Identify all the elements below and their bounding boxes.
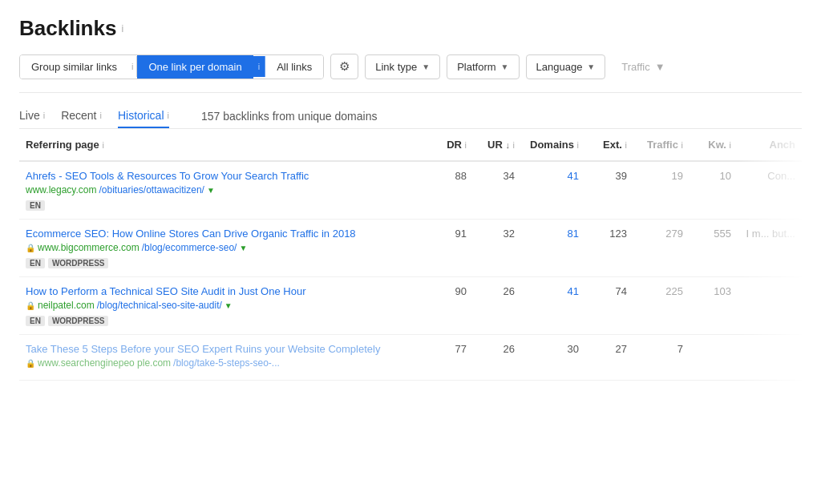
badge-wordpress: WORDPRESS (48, 258, 109, 268)
url-dropdown-icon[interactable]: ▼ (207, 186, 215, 195)
url-dropdown-icon[interactable]: ▼ (224, 301, 233, 310)
ur-cell: 26 (473, 277, 521, 335)
traffic-label: Traffic (621, 61, 649, 73)
referring-page-cell: Ahrefs - SEO Tools & Resources To Grow Y… (19, 161, 425, 220)
th-traffic[interactable]: Traffic i (633, 129, 690, 161)
tab-historical[interactable]: Historical i (118, 104, 169, 128)
domains-cell: 81 (521, 220, 585, 277)
page-title-link[interactable]: Ecommerce SEO: How Online Stores Can Dri… (26, 228, 419, 240)
kw-cell (690, 335, 738, 381)
language-arrow-icon: ▼ (587, 62, 595, 71)
tab-live[interactable]: Live i (19, 104, 45, 128)
th-ext[interactable]: Ext. i (585, 129, 633, 161)
traffic-arrow-icon: ▼ (655, 61, 665, 73)
backlinks-summary: 157 backlinks from unique domains (201, 110, 377, 123)
group-similar-info-icon: i (128, 56, 137, 77)
ext-cell: 39 (585, 161, 633, 220)
ur-sort-icon: ↓ (505, 140, 510, 150)
ur-cell: 26 (473, 335, 521, 381)
table-row: Ecommerce SEO: How Online Stores Can Dri… (19, 220, 802, 277)
page-title: Backlinks i (19, 16, 802, 41)
lock-icon: 🔒 (26, 301, 35, 310)
table-row: How to Perform a Technical SEO Site Audi… (19, 277, 802, 335)
page-title-link[interactable]: Ahrefs - SEO Tools & Resources To Grow Y… (26, 170, 419, 182)
badge-en: EN (26, 316, 45, 326)
page-url: 🔒neilpatel.com/blog/technical-seo-site-a… (26, 300, 419, 311)
backlinks-table-container: Referring page i DR i UR ↓ i Domains i (19, 129, 802, 381)
anch-cell (738, 335, 802, 381)
referring-page-cell: How to Perform a Technical SEO Site Audi… (19, 277, 425, 335)
path-text[interactable]: /obituaries/ottawacitizen/ (99, 184, 204, 196)
settings-gear-button[interactable]: ⚙ (330, 54, 358, 79)
lock-icon: 🔒 (26, 359, 35, 368)
path-text[interactable]: /blog/take-5-steps-seo-... (173, 357, 280, 369)
th-ur[interactable]: UR ↓ i (473, 129, 521, 161)
platform-arrow-icon: ▼ (501, 62, 509, 71)
page-url: www.legacy.com/obituaries/ottawacitizen/… (26, 184, 419, 196)
dr-cell: 88 (425, 161, 473, 220)
th-kw[interactable]: Kw. i (690, 129, 738, 161)
page-title-text: Backlinks (19, 16, 116, 41)
lock-icon: 🔒 (26, 244, 35, 252)
platform-label: Platform (457, 61, 495, 73)
th-dr[interactable]: DR i (425, 129, 473, 161)
kw-cell: 103 (690, 277, 738, 335)
path-text[interactable]: /blog/technical-seo-site-audit/ (97, 300, 222, 311)
traffic-dropdown[interactable]: Traffic ▼ (612, 55, 674, 79)
traffic-cell: 279 (633, 220, 690, 277)
anch-cell (738, 277, 802, 335)
group-similar-button[interactable]: Group similar links (20, 55, 128, 79)
domains-cell: 41 (521, 277, 585, 335)
sub-tabs: Live i Recent i Historical i 157 backlin… (19, 93, 802, 129)
th-referring-page: Referring page i (19, 129, 425, 161)
url-dropdown-icon[interactable]: ▼ (239, 244, 247, 252)
traffic-cell: 225 (633, 277, 690, 335)
page-title-link[interactable]: Take These 5 Steps Before your SEO Exper… (26, 343, 419, 355)
ur-cell: 34 (473, 161, 521, 220)
link-type-arrow-icon: ▼ (422, 62, 430, 71)
referring-page-cell: Ecommerce SEO: How Online Stores Can Dri… (19, 220, 425, 277)
all-links-button[interactable]: All links (265, 55, 323, 79)
kw-cell: 10 (690, 161, 738, 220)
one-per-domain-info-icon: i (253, 56, 265, 77)
tab-live-info-icon: i (43, 111, 45, 120)
platform-dropdown[interactable]: Platform ▼ (447, 54, 519, 79)
badge-wordpress: WORDPRESS (48, 316, 109, 326)
link-type-label: Link type (375, 61, 417, 73)
page-url: 🔒www.searchenginepeo ple.com/blog/take-5… (26, 357, 419, 369)
badge-en: EN (26, 200, 45, 211)
domains-cell: 30 (521, 335, 585, 381)
table-row: Ahrefs - SEO Tools & Resources To Grow Y… (19, 161, 802, 220)
page-url: 🔒www.bigcommerce.com/blog/ecommerce-seo/… (26, 242, 419, 253)
th-domains[interactable]: Domains i (521, 129, 585, 161)
ext-cell: 123 (585, 220, 633, 277)
link-type-dropdown[interactable]: Link type ▼ (365, 54, 440, 79)
domain-text[interactable]: www.legacy.com (26, 184, 96, 196)
traffic-cell: 19 (633, 161, 690, 220)
tab-recent[interactable]: Recent i (61, 104, 102, 128)
badge-container: ENWORDPRESS (26, 314, 419, 326)
ext-cell: 74 (585, 277, 633, 335)
referring-page-cell: Take These 5 Steps Before your SEO Exper… (19, 335, 425, 381)
ext-cell: 27 (585, 335, 633, 381)
tab-recent-info-icon: i (100, 111, 102, 120)
page-title-info-icon[interactable]: i (121, 23, 123, 34)
language-dropdown[interactable]: Language ▼ (526, 54, 606, 79)
domain-text[interactable]: www.bigcommerce.com (38, 242, 140, 253)
badge-en: EN (26, 258, 45, 268)
one-per-domain-button[interactable]: One link per domain (137, 55, 253, 79)
dr-cell: 90 (425, 277, 473, 335)
link-filter-group: Group similar links i One link per domai… (19, 54, 324, 79)
path-text[interactable]: /blog/ecommerce-seo/ (142, 242, 237, 253)
gear-icon: ⚙ (339, 59, 350, 73)
toolbar: Group similar links i One link per domai… (19, 54, 802, 93)
tab-live-label: Live (19, 109, 40, 122)
domain-text[interactable]: neilpatel.com (38, 300, 95, 311)
tab-recent-label: Recent (61, 109, 96, 122)
tab-historical-info-icon: i (168, 111, 169, 120)
anch-cell: I m... but... (738, 220, 802, 277)
page-title-link[interactable]: How to Perform a Technical SEO Site Audi… (26, 285, 419, 297)
dr-cell: 91 (425, 220, 473, 277)
th-anch[interactable]: Anch (738, 129, 802, 161)
domain-text[interactable]: www.searchenginepeo ple.com (38, 357, 171, 369)
